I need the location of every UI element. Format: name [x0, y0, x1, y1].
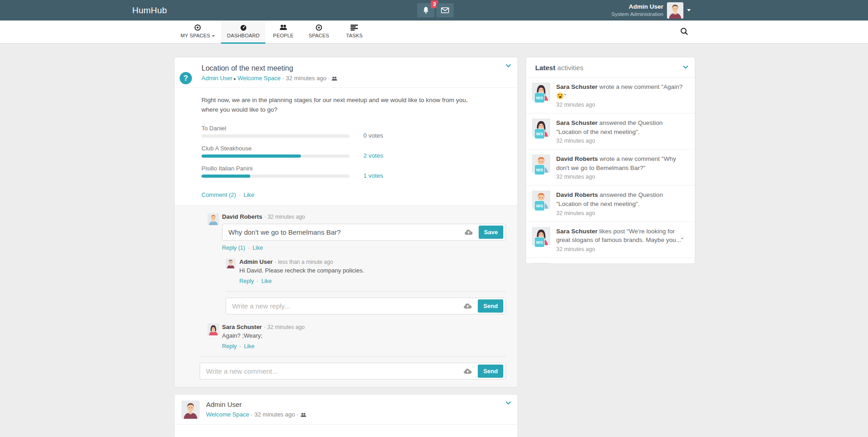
poll-option[interactable]: Pisillo Italian Panini 1 votes [202, 165, 511, 178]
nav-label: MY SPACES [181, 33, 215, 38]
activity-avatar[interactable]: WS [532, 190, 550, 209]
search-icon[interactable] [680, 27, 688, 36]
space-link[interactable]: Welcome Space [238, 75, 280, 82]
account-text: Admin User System Administration [611, 3, 663, 17]
reply-links: Reply·Like [239, 278, 506, 284]
comment-author[interactable]: David Roberts [222, 213, 262, 220]
nav-item-people[interactable]: PEOPLE [265, 21, 301, 44]
divider [200, 356, 506, 357]
dot-separator: · [282, 75, 284, 82]
activity-text: Sara Schuster answered the Question "Loc… [556, 118, 687, 136]
activity-item[interactable]: WS David Roberts answered the Question "… [526, 185, 695, 221]
poll-votes-link[interactable]: 1 votes [363, 172, 383, 179]
activity-item[interactable]: WS Sara Schuster answered the Question "… [526, 113, 695, 149]
account-name: Admin User [611, 3, 663, 11]
activity-item[interactable]: WS Sara Schuster wrote a new comment "Ag… [526, 77, 695, 113]
poll-option[interactable]: Club A Steakhouse 2 votes [202, 145, 511, 158]
post-time: 32 minutes ago [254, 411, 295, 418]
poll-options: To Daniel 0 votes Club A Steakhouse 2 vo… [175, 118, 517, 186]
replies: Admin User · less than a minute ago Hi D… [226, 257, 506, 314]
dot-separator: · [257, 278, 258, 284]
poll-bar-fill [202, 154, 301, 158]
activities-title-bold: Latest [535, 64, 555, 72]
post-menu-chevron-icon[interactable] [506, 401, 511, 405]
notifications-button[interactable]: 3 [417, 3, 434, 17]
activity-avatar[interactable]: WS [532, 154, 550, 173]
comment-input[interactable]: Write a new comment... [206, 367, 462, 375]
comment-author[interactable]: Sara Schuster [222, 324, 262, 330]
post-menu-chevron-icon[interactable] [506, 64, 511, 67]
nav-item-my-spaces[interactable]: MY SPACES [175, 21, 221, 44]
slogan-post-card: Admin User Welcome Space · 32 minutes ag… [175, 395, 517, 437]
activity-item[interactable]: WS Sara Schuster likes post "We're looki… [526, 222, 695, 258]
reply-link[interactable]: Reply (1) [222, 245, 245, 251]
comment-time: · 32 minutes ago [264, 324, 305, 330]
poll-post-header: ? Location of the next meeting Admin Use… [175, 57, 517, 87]
activity-time: 32 minutes ago [556, 102, 687, 108]
activity-text: Sara Schuster wrote a new comment "Again… [556, 82, 687, 100]
divider [226, 291, 506, 292]
nav-label: TASKS [342, 33, 366, 38]
activity-time: 32 minutes ago [556, 174, 687, 180]
like-link[interactable]: Like [243, 191, 254, 198]
upload-cloud-icon[interactable] [462, 303, 474, 309]
send-button[interactable]: Send [478, 365, 503, 378]
like-link[interactable]: Like [244, 343, 254, 350]
send-button[interactable]: Send [478, 299, 503, 313]
avatar[interactable] [667, 2, 683, 19]
caret-down-icon [212, 35, 215, 37]
activity-avatar[interactable]: WS [532, 227, 550, 245]
account-menu[interactable]: Admin User System Administration [611, 0, 691, 21]
comment-edit-box[interactable]: Why don't we go to Bemelmans Bar? Save [222, 224, 506, 241]
poll-option[interactable]: To Daniel 0 votes [202, 125, 511, 138]
poll-bar-track [202, 175, 350, 178]
author-link[interactable]: Admin User [202, 75, 232, 82]
nav-item-spaces[interactable]: SPACES [301, 21, 336, 44]
activity-item[interactable]: WS Sara Schuster likes comment "Why don'… [526, 258, 695, 263]
avatar[interactable] [207, 324, 219, 335]
panel-collapse-chevron-icon[interactable] [683, 65, 688, 69]
nav-label: SPACES [307, 33, 331, 38]
avatar[interactable] [181, 401, 200, 419]
upload-cloud-icon[interactable] [463, 229, 475, 235]
reply-author[interactable]: Admin User [239, 258, 273, 265]
comment-edit-input[interactable]: Why don't we go to Bemelmans Bar? [228, 228, 463, 236]
poll-option-label: Club A Steakhouse [202, 145, 350, 152]
reply-input[interactable]: Write a new reply... [232, 302, 462, 310]
dot-circle-icon [307, 23, 331, 31]
space-link[interactable]: Welcome Space [206, 411, 249, 418]
account-role: System Administration [611, 11, 663, 17]
comment-link[interactable]: Comment (2) [202, 191, 236, 198]
reply-input-box: Write a new reply... Send [226, 298, 506, 314]
like-link[interactable]: Like [261, 278, 272, 284]
top-bar: HumHub 3 Admin User System Administratio… [0, 0, 868, 21]
avatar[interactable] [207, 213, 219, 225]
poll-title: Location of the next meeting [202, 64, 499, 72]
activity-avatar[interactable]: WS [532, 118, 550, 137]
reply-link[interactable]: Reply [222, 343, 237, 350]
nav-item-tasks[interactable]: TASKS [336, 21, 372, 44]
upload-cloud-icon[interactable] [462, 368, 474, 374]
app-logo[interactable]: HumHub [132, 0, 167, 21]
weary-face-emoji [557, 93, 563, 99]
like-link[interactable]: Like [253, 245, 263, 251]
reply-link[interactable]: Reply [239, 278, 254, 284]
comment-links: Reply·Like [222, 343, 506, 350]
dot-separator: · [251, 411, 253, 418]
comments-section: David Roberts · 32 minutes ago Why don't… [175, 206, 517, 387]
activity-item[interactable]: WS David Roberts wrote a new comment "Wh… [526, 149, 695, 185]
save-button[interactable]: Save [479, 226, 503, 239]
activity-time: 32 minutes ago [556, 210, 687, 216]
poll-votes-link[interactable]: 2 votes [363, 152, 383, 159]
activity-avatar[interactable]: WS [532, 82, 550, 101]
messages-button[interactable] [436, 3, 454, 17]
users-icon [271, 23, 295, 31]
reply-text: Hi David. Please recheck the company pol… [239, 267, 506, 274]
nav-item-dashboard[interactable]: DASHBOARD [221, 21, 265, 44]
dot-separator: · [297, 411, 299, 418]
avatar[interactable] [226, 258, 236, 268]
dot-separator: · [248, 245, 250, 251]
stream-column: ? Location of the next meeting Admin Use… [175, 57, 517, 437]
activity-avatar[interactable]: WS [532, 263, 550, 263]
post-author[interactable]: Admin User [206, 401, 499, 408]
